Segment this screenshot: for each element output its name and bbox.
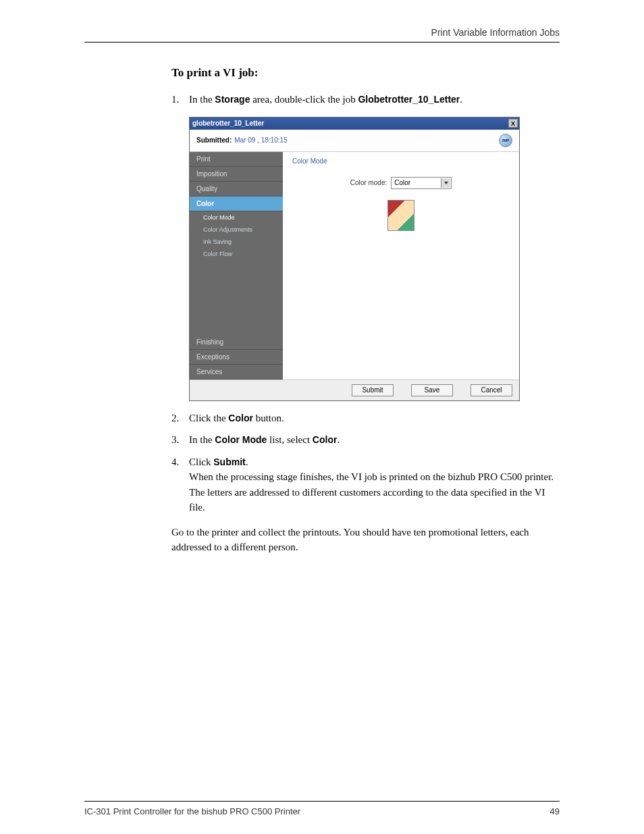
- color-mode-dropdown[interactable]: Color: [391, 177, 452, 189]
- dialog-body: Print Imposition Quality Color Color Mod…: [190, 151, 519, 380]
- cancel-button[interactable]: Cancel: [471, 384, 512, 396]
- color-preview-thumbnail: [387, 200, 414, 231]
- text-fragment: .: [337, 434, 340, 445]
- nav-ink-saving[interactable]: Ink Saving: [190, 236, 283, 248]
- step-4: 4. Click Submit. When the processing sta…: [171, 454, 560, 515]
- color-mode-value: Color: [394, 179, 410, 186]
- nav-color-adjustments[interactable]: Color Adjustments: [190, 224, 283, 236]
- step-list: 1. In the Storage area, double-click the…: [171, 92, 560, 107]
- step-text: Click Submit. When the processing stage …: [189, 454, 560, 515]
- bold-term: Color: [313, 434, 338, 445]
- nav-exceptions[interactable]: Exceptions: [190, 350, 283, 365]
- bold-term: Storage: [215, 94, 250, 105]
- text-fragment: In the: [189, 94, 215, 105]
- dialog-titlebar: globetrotter_10_Letter X: [190, 118, 519, 130]
- sidebar-nav: Print Imposition Quality Color Color Mod…: [190, 152, 283, 380]
- nav-services[interactable]: Services: [190, 365, 283, 380]
- embedded-screenshot: globetrotter_10_Letter X Submitted: Mar …: [189, 117, 560, 401]
- color-mode-label: Color mode:: [350, 179, 387, 186]
- page: Print Variable Information Jobs To print…: [0, 0, 644, 834]
- chevron-down-icon: [441, 178, 450, 188]
- bold-term: Color: [228, 413, 253, 423]
- dialog-title: globetrotter_10_Letter: [192, 120, 264, 127]
- closing-paragraph: Go to the printer and collect the printo…: [171, 525, 560, 555]
- text-fragment: .: [246, 457, 248, 467]
- content-area: To print a VI job: 1. In the Storage are…: [171, 66, 560, 555]
- step-text: In the Color Mode list, select Color.: [189, 432, 560, 448]
- nav-color[interactable]: Color: [190, 197, 283, 211]
- step-number: 3.: [171, 432, 189, 448]
- text-fragment: Click the: [189, 413, 228, 423]
- nav-print[interactable]: Print: [190, 152, 283, 167]
- step-text: Click the Color button.: [189, 411, 560, 426]
- color-mode-row: Color mode: Color: [292, 177, 510, 189]
- text-fragment: Click: [189, 457, 213, 467]
- job-dialog: globetrotter_10_Letter X Submitted: Mar …: [189, 117, 520, 401]
- step-list-continued: 2. Click the Color button. 3. In the Col…: [171, 411, 560, 515]
- submit-button[interactable]: Submit: [352, 384, 394, 396]
- nav-finishing[interactable]: Finishing: [190, 335, 283, 350]
- bold-term: Color Mode: [215, 434, 267, 445]
- section-title: To print a VI job:: [171, 66, 560, 80]
- dialog-subheader: Submitted: Mar 09 , 18:10:15 RIP: [190, 130, 519, 151]
- close-button[interactable]: X: [508, 119, 518, 128]
- pane-title: Color Mode: [292, 157, 510, 165]
- step-body: When the processing stage finishes, the …: [189, 471, 554, 513]
- text-fragment: list, select: [267, 434, 313, 445]
- header-rule: [84, 42, 560, 43]
- save-button[interactable]: Save: [411, 384, 453, 396]
- submitted-date: Mar 09 , 18:10:15: [234, 136, 287, 144]
- nav-imposition[interactable]: Imposition: [190, 167, 283, 182]
- footer-left: IC-301 Print Controller for the bishub P…: [84, 806, 300, 816]
- step-number: 1.: [171, 92, 189, 107]
- rip-icon: RIP: [499, 134, 512, 147]
- page-number: 49: [550, 806, 560, 816]
- bold-term: Submit: [213, 457, 245, 467]
- step-text: In the Storage area, double-click the jo…: [189, 92, 560, 107]
- nav-color-mode[interactable]: Color Mode: [190, 211, 283, 224]
- settings-pane: Color Mode Color mode: Color: [283, 152, 519, 380]
- step-number: 4.: [171, 454, 189, 515]
- step-1: 1. In the Storage area, double-click the…: [171, 92, 560, 107]
- dialog-footer: Submit Save Cancel: [190, 380, 519, 400]
- text-fragment: .: [460, 94, 462, 105]
- nav-color-flow[interactable]: Color Flow: [190, 248, 283, 260]
- text-fragment: area, double-click the job: [250, 94, 358, 105]
- submitted-label: Submitted:: [196, 136, 232, 144]
- text-fragment: In the: [189, 434, 215, 445]
- text-fragment: button.: [253, 413, 284, 423]
- bold-term: Globetrotter_10_Letter: [358, 94, 460, 105]
- running-header: Print Variable Information Jobs: [431, 27, 560, 38]
- nav-spacer: [190, 260, 283, 335]
- step-2: 2. Click the Color button.: [171, 411, 560, 426]
- footer-rule: [84, 801, 560, 802]
- nav-quality[interactable]: Quality: [190, 182, 283, 197]
- step-number: 2.: [171, 411, 189, 426]
- step-3: 3. In the Color Mode list, select Color.: [171, 432, 560, 448]
